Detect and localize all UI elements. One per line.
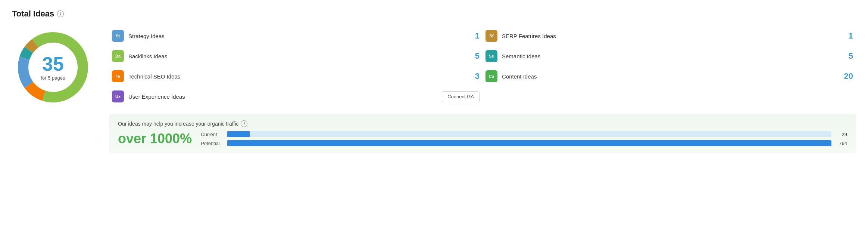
bar-value-current: 29 xyxy=(835,132,847,137)
traffic-bars: Current 29 Potential 764 xyxy=(201,131,847,146)
idea-row-ux: Ux User Experience Ideas Connect GA xyxy=(109,87,483,106)
bar-row-potential: Potential 764 xyxy=(201,140,847,146)
idea-count-content: 20 xyxy=(842,71,853,81)
idea-row-content: Co Content Ideas 20 xyxy=(483,67,856,86)
idea-name-strategy: Strategy Ideas xyxy=(128,33,464,39)
ideas-left-column: St Strategy Ideas 1 Ba Backlinks Ideas 5… xyxy=(109,26,483,106)
idea-count-technical: 3 xyxy=(468,71,480,81)
idea-count-serp: 1 xyxy=(842,31,853,41)
idea-count-strategy: 1 xyxy=(468,31,480,41)
title-info-icon[interactable]: i xyxy=(57,10,64,17)
bar-row-current: Current 29 xyxy=(201,131,847,137)
idea-name-backlinks: Backlinks Ideas xyxy=(128,53,464,59)
bar-fill-potential xyxy=(227,140,831,146)
bar-track-potential xyxy=(227,140,831,146)
donut-label: for 5 pages xyxy=(41,75,65,81)
bar-value-potential: 764 xyxy=(835,141,847,146)
page-title: Total Ideas xyxy=(12,9,54,19)
donut-center: 35 for 5 pages xyxy=(41,54,65,81)
badge-strategy: St xyxy=(112,30,124,42)
idea-name-semantic: Semantic Ideas xyxy=(502,53,837,59)
bar-label-potential: Potential xyxy=(201,141,223,146)
donut-chart: 35 for 5 pages xyxy=(12,26,94,108)
badge-content: Co xyxy=(485,70,497,82)
idea-row-backlinks: Ba Backlinks Ideas 5 xyxy=(109,46,483,66)
idea-row-semantic: Se Semantic Ideas 5 xyxy=(483,46,856,66)
idea-count-backlinks: 5 xyxy=(468,51,480,61)
badge-semantic: Se xyxy=(485,50,497,62)
idea-count-semantic: 5 xyxy=(842,51,853,61)
traffic-body: over 1000% Current 29 Potential xyxy=(118,131,847,147)
idea-name-ux: User Experience Ideas xyxy=(128,93,437,100)
traffic-percent: over 1000% xyxy=(118,131,192,147)
bar-track-current xyxy=(227,131,831,137)
badge-serp: Sf xyxy=(485,30,497,42)
traffic-header-text: Our ideas may help you increase your org… xyxy=(118,121,238,127)
idea-name-serp: SERP Features Ideas xyxy=(502,33,837,39)
page-header: Total Ideas i xyxy=(12,9,856,19)
idea-row-serp: Sf SERP Features Ideas 1 xyxy=(483,26,856,46)
ideas-right-column: Sf SERP Features Ideas 1 Se Semantic Ide… xyxy=(483,26,856,106)
badge-backlinks: Ba xyxy=(112,50,124,62)
donut-total: 35 xyxy=(41,54,65,74)
traffic-info-icon[interactable]: i xyxy=(241,120,247,127)
ideas-grid: St Strategy Ideas 1 Ba Backlinks Ideas 5… xyxy=(109,26,856,106)
bar-fill-current xyxy=(227,131,250,137)
ideas-section: St Strategy Ideas 1 Ba Backlinks Ideas 5… xyxy=(109,26,856,153)
idea-name-content: Content Ideas xyxy=(502,73,837,80)
idea-row-technical: Te Technical SEO Ideas 3 xyxy=(109,67,483,86)
idea-name-technical: Technical SEO Ideas xyxy=(128,73,464,80)
bar-label-current: Current xyxy=(201,132,223,137)
connect-ga-button[interactable]: Connect GA xyxy=(442,91,480,102)
main-content: 35 for 5 pages St Strategy Ideas 1 Ba Ba… xyxy=(12,26,856,153)
traffic-header: Our ideas may help you increase your org… xyxy=(118,120,847,127)
badge-technical: Te xyxy=(112,70,124,82)
traffic-section: Our ideas may help you increase your org… xyxy=(109,114,856,153)
badge-ux: Ux xyxy=(112,90,124,102)
idea-row-strategy: St Strategy Ideas 1 xyxy=(109,26,483,46)
